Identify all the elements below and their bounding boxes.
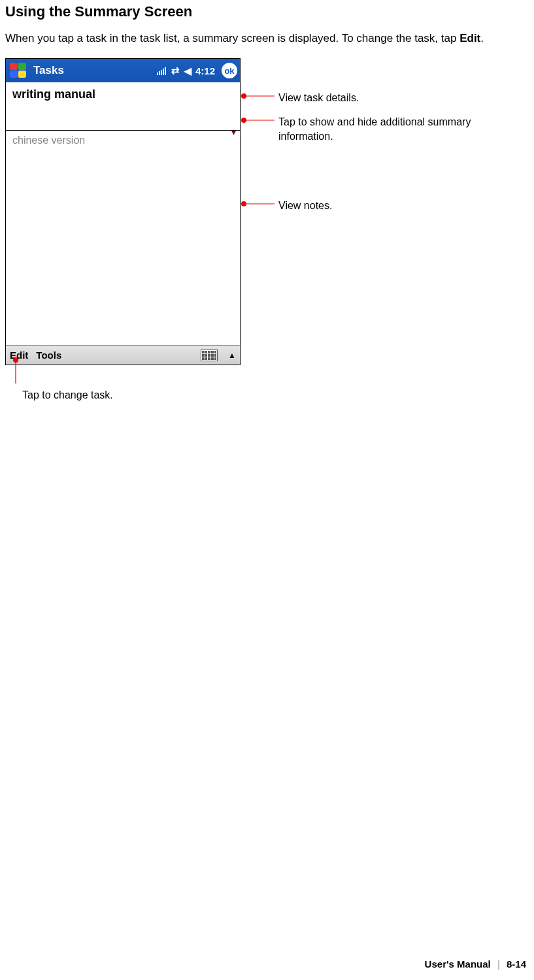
intro-text-bold: Edit bbox=[459, 32, 480, 44]
task-title[interactable]: writing manual bbox=[6, 82, 240, 104]
page-heading: Using the Summary Screen bbox=[5, 3, 534, 20]
speaker-icon[interactable]: ◀ bbox=[184, 65, 192, 77]
signal-icon[interactable] bbox=[157, 66, 166, 75]
keyboard-icon[interactable] bbox=[201, 350, 218, 361]
intro-paragraph: When you tap a task in the task list, a … bbox=[5, 28, 529, 49]
callout-change-task: Tap to change task. bbox=[22, 388, 113, 402]
bottombar: Edit Tools ▲ bbox=[6, 345, 240, 365]
footer-divider: | bbox=[497, 958, 500, 970]
intro-text-post: . bbox=[480, 32, 484, 44]
callout-view-details: View task details. bbox=[278, 91, 359, 105]
intro-text-pre: When you tap a task in the task list, a … bbox=[5, 32, 459, 44]
start-button[interactable] bbox=[8, 61, 27, 80]
notes-text[interactable]: chinese version bbox=[6, 131, 240, 150]
content-area: writing manual ▾ chinese version bbox=[6, 82, 240, 345]
up-arrow-icon[interactable]: ▲ bbox=[228, 351, 236, 360]
callout-view-notes: View notes. bbox=[278, 199, 332, 213]
ok-button[interactable]: ok bbox=[222, 63, 237, 78]
status-icons: ⇄ ◀ 4:12 ok bbox=[157, 63, 237, 78]
titlebar: Tasks ⇄ ◀ 4:12 ok bbox=[6, 59, 240, 82]
page-footer: User's Manual | 8-14 bbox=[425, 958, 526, 970]
pda-screenshot: Tasks ⇄ ◀ 4:12 ok writing manual ▾ chine… bbox=[5, 58, 241, 365]
svg-point-0 bbox=[241, 93, 246, 99]
callout-toggle-summary: Tap to show and hide additional summary … bbox=[278, 115, 514, 144]
clock-time[interactable]: 4:12 bbox=[195, 65, 215, 76]
expand-toggle-icon[interactable]: ▾ bbox=[231, 127, 236, 137]
edit-menu[interactable]: Edit bbox=[10, 350, 28, 361]
sync-icon[interactable]: ⇄ bbox=[171, 65, 180, 76]
footer-manual-label: User's Manual bbox=[425, 958, 491, 970]
titlebar-title: Tasks bbox=[33, 64, 157, 77]
footer-page-number: 8-14 bbox=[507, 958, 526, 970]
svg-point-2 bbox=[241, 118, 246, 123]
tools-menu[interactable]: Tools bbox=[36, 350, 61, 361]
svg-point-4 bbox=[241, 201, 246, 206]
